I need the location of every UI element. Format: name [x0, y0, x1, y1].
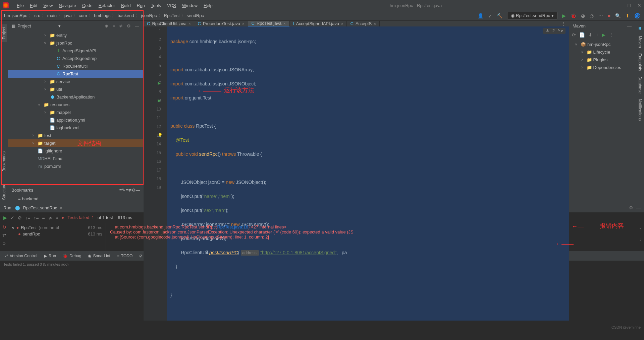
structure-tab[interactable]: Structure: [1, 181, 7, 203]
tree-item[interactable]: >📁entity: [8, 31, 144, 39]
run-more-icon[interactable]: »: [3, 241, 6, 246]
breadcrumb-item[interactable]: hmblogs: [94, 13, 110, 18]
inspections-widget[interactable]: ⚠ 2 ^ v: [543, 28, 566, 34]
editor-tab[interactable]: IAcceptSignedAPI.java×: [289, 21, 347, 26]
close-icon[interactable]: ✕: [637, 3, 641, 8]
editor-tab[interactable]: CProcedureTest.java×: [194, 21, 248, 26]
maven-run-icon[interactable]: ▶: [602, 32, 605, 38]
tree-item[interactable]: CRpcTest: [8, 70, 144, 78]
notifications-tab[interactable]: Notifications: [637, 96, 643, 123]
editor-gutter[interactable]: 1234567▶89▶10111213💡141516171819: [144, 26, 167, 321]
tree-item[interactable]: CAcceptSignedImpl: [8, 55, 144, 62]
tree-item[interactable]: v📁jsonRpc: [8, 39, 144, 47]
profile-icon[interactable]: ◔: [590, 13, 594, 18]
tree-item[interactable]: MDHELP.md: [8, 155, 144, 162]
search-icon[interactable]: 🔍: [615, 13, 621, 18]
sort2-icon[interactable]: ↑≡: [34, 215, 39, 220]
menu-view[interactable]: View: [41, 2, 55, 9]
tree-item[interactable]: IAcceptSignedAPI: [8, 47, 144, 55]
collapse2-icon[interactable]: ≢: [48, 215, 52, 220]
tree-item[interactable]: 📄application.yml: [8, 116, 144, 124]
project-tab[interactable]: Project: [1, 24, 7, 42]
dropdown-icon[interactable]: ▾: [58, 23, 61, 28]
status-item[interactable]: ⎇Version Control: [3, 254, 37, 258]
tree-item[interactable]: ⬢BackendApplication: [8, 93, 144, 101]
console-output[interactable]: at com.hmblogs.backend.jsonRpc.RpcTest.s…: [106, 223, 644, 251]
tree-item[interactable]: >📁service: [8, 78, 144, 85]
test-tree[interactable]: v●RpcTest (com.hmbl613 ms ●sendRpc613 ms: [9, 223, 106, 251]
endpoints-tab[interactable]: Endpoints: [637, 51, 643, 74]
breadcrumb-item[interactable]: jsonRpc: [141, 13, 157, 18]
maximize-icon[interactable]: □: [628, 3, 631, 8]
expand2-icon[interactable]: ≡: [42, 215, 45, 220]
maven-hide-icon[interactable]: —: [626, 23, 633, 28]
intention-icon[interactable]: 💡: [158, 133, 163, 138]
update-icon[interactable]: ⬆: [626, 13, 630, 18]
tree-item[interactable]: 📄.gitignore: [8, 147, 144, 155]
maven-right-tab[interactable]: Maven: [637, 33, 643, 51]
editor-code[interactable]: ⚠ 2 ^ v package com.hmblogs.backend.json…: [167, 26, 569, 321]
maven-gen-icon[interactable]: 📄: [579, 32, 585, 38]
menu-edit[interactable]: Edit: [27, 2, 40, 9]
menu-tools[interactable]: Tools: [148, 2, 164, 9]
tree-item[interactable]: >📁target: [8, 139, 144, 147]
tree-item[interactable]: v📁resources: [8, 101, 144, 109]
run-tab-close[interactable]: ×: [60, 205, 62, 210]
stop-icon[interactable]: ■: [608, 13, 610, 18]
menu-file[interactable]: File: [14, 2, 26, 9]
run-gear-icon[interactable]: ⚙: [629, 205, 633, 210]
back-icon[interactable]: ↙: [488, 13, 492, 18]
maven-download-icon[interactable]: ⬇: [588, 32, 592, 38]
bm-hide-icon[interactable]: —: [136, 188, 140, 193]
menu-refactor[interactable]: Refactor: [96, 2, 118, 9]
editor-tab[interactable]: CRpcTest.java×: [248, 21, 289, 26]
toggle-auto-icon[interactable]: ⇄: [2, 232, 6, 238]
bookmarks-tab[interactable]: Bookmarks: [1, 149, 7, 174]
menu-run[interactable]: Run: [134, 2, 148, 9]
maven-item[interactable]: > 📁 Plugins: [572, 56, 633, 64]
bm-gear-icon[interactable]: ⚙: [132, 188, 136, 193]
bm-collapse-icon[interactable]: ≢: [128, 188, 132, 193]
run-hide-icon[interactable]: —: [636, 205, 641, 210]
run-icon[interactable]: ▶: [562, 13, 566, 18]
breadcrumb-item[interactable]: main: [47, 13, 57, 18]
menu-window[interactable]: Window: [179, 2, 200, 9]
more-icon[interactable]: »: [56, 215, 58, 220]
bookmark-item[interactable]: ≡backend: [8, 195, 144, 203]
maven-add-icon[interactable]: +: [596, 32, 598, 38]
status-item[interactable]: ◉SonarLint: [88, 254, 110, 258]
menu-build[interactable]: Build: [118, 2, 133, 9]
database-tab[interactable]: Database: [637, 74, 643, 96]
editor-tab[interactable]: CRpcClientUtil.java×: [144, 21, 194, 26]
bm-add-icon[interactable]: ≡: [119, 188, 122, 193]
maven-tab-icon[interactable]: m: [637, 24, 643, 33]
collapse-icon[interactable]: ≢: [118, 23, 124, 28]
run-config-selector[interactable]: ◉ RpcTest.sendRpc ▾: [507, 12, 557, 19]
status-item[interactable]: ▶Run: [44, 254, 56, 258]
breadcrumb-item[interactable]: hm-jsonRpc: [4, 13, 27, 18]
toggle-icon[interactable]: ✓: [10, 215, 14, 220]
tree-item[interactable]: 📄logback.xml: [8, 124, 144, 132]
tree-item[interactable]: CRpcClientUtil: [8, 62, 144, 70]
breadcrumb-item[interactable]: backend: [117, 13, 134, 18]
maven-root[interactable]: v 📦 hm-jsonRpc: [572, 41, 633, 48]
breadcrumb-item[interactable]: java: [64, 13, 72, 18]
menu-vcs[interactable]: VCS: [164, 2, 179, 9]
filter-icon[interactable]: ⊘: [18, 215, 22, 220]
project-tree[interactable]: >📁entityv📁jsonRpcIAcceptSignedAPICAccept…: [8, 31, 144, 185]
tree-item[interactable]: mpom.xml: [8, 162, 144, 170]
status-item[interactable]: ≡TODO: [117, 254, 132, 258]
expand-icon[interactable]: ≡: [111, 23, 116, 28]
user-icon[interactable]: 👤: [478, 13, 483, 18]
hide-icon[interactable]: —: [134, 23, 140, 28]
bm-expand-icon[interactable]: ≡: [125, 188, 128, 193]
status-item[interactable]: 🐞Debug: [63, 254, 81, 258]
maven-reload-icon[interactable]: ⟳: [572, 32, 576, 38]
tree-item[interactable]: >📁util: [8, 85, 144, 93]
maven-more-icon[interactable]: ⋮: [609, 32, 613, 38]
tree-item[interactable]: >📁mapper: [8, 109, 144, 116]
scroll-down-icon[interactable]: ↓: [639, 236, 642, 242]
run-gutter-icon[interactable]: ▶: [158, 81, 161, 85]
build-icon[interactable]: 🔨: [497, 13, 502, 18]
locate-icon[interactable]: ⊕: [104, 23, 109, 28]
